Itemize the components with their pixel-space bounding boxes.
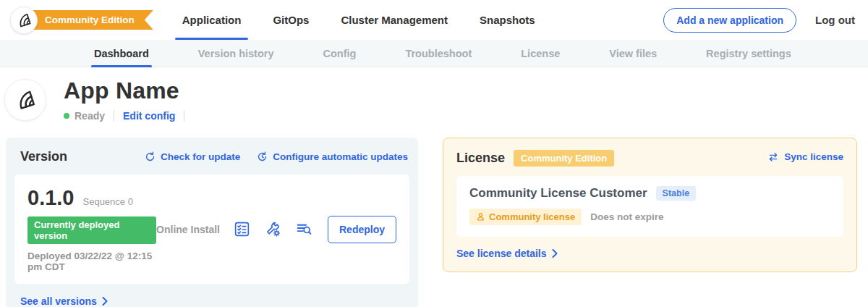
nav-gitops[interactable]: GitOps (271, 0, 310, 40)
tab-view-files[interactable]: View files (609, 40, 657, 67)
tab-troubleshoot[interactable]: Troubleshoot (405, 40, 472, 67)
see-all-versions-label: See all versions (20, 295, 97, 307)
edit-config-link[interactable]: Edit config (123, 110, 175, 122)
lines-magnifier-icon (295, 220, 313, 238)
sequence-label: Sequence 0 (83, 196, 133, 207)
preflight-checks-button[interactable] (231, 219, 252, 240)
divider (184, 110, 184, 122)
chevron-right-icon (551, 249, 558, 258)
replicated-logo-button[interactable] (10, 7, 38, 34)
tab-registry-settings[interactable]: Registry settings (706, 40, 791, 67)
view-logs-button[interactable] (294, 219, 315, 240)
version-header-links: Check for update Configure automatic upd… (144, 151, 408, 163)
see-license-details-link[interactable]: See license details (456, 248, 558, 259)
license-meta-row: Community license Does not expire (469, 209, 830, 225)
configure-automatic-updates-label: Configure automatic updates (273, 151, 408, 162)
license-card-title: License (456, 151, 505, 166)
tab-config[interactable]: Config (323, 40, 357, 67)
app-status-row: Ready Edit config (64, 110, 193, 122)
view-config-button[interactable] (263, 219, 284, 240)
version-card-title: Version (20, 149, 67, 164)
customer-name: Community License Customer (469, 186, 647, 201)
status-text: Ready (75, 110, 105, 122)
version-number: 0.1.0 (27, 186, 75, 210)
tab-license[interactable]: License (521, 40, 560, 67)
clock-refresh-icon (256, 151, 268, 163)
chevron-right-icon (101, 297, 109, 306)
license-type-label: Community license (489, 211, 575, 222)
nav-application[interactable]: Application (181, 0, 243, 40)
redeploy-button[interactable]: Redeploy (328, 216, 396, 243)
see-all-versions-link[interactable]: See all versions (20, 295, 109, 307)
refresh-icon (144, 151, 156, 163)
currently-deployed-badge: Currently deployed version (27, 216, 156, 244)
version-actions: Online Install (156, 216, 396, 243)
license-card: License Community Edition Sync license C… (443, 138, 857, 272)
checklist-icon (233, 220, 251, 238)
customer-row: Community License Customer Stable (469, 186, 830, 201)
divider (114, 110, 114, 122)
version-card: Version Check for update (6, 138, 418, 307)
app-name: App Name (64, 77, 193, 104)
version-card-header: Version Check for update (14, 149, 409, 164)
brand: Community Edition (10, 7, 153, 34)
app-header-text: App Name Ready Edit config (64, 77, 193, 122)
see-license-details-label: See license details (456, 248, 547, 259)
status-dot (64, 113, 69, 119)
license-card-header: License Community Edition Sync license (456, 150, 843, 167)
install-type-label: Online Install (156, 224, 220, 235)
replicated-logo-icon (16, 12, 32, 28)
tab-version-history[interactable]: Version history (198, 40, 274, 67)
license-details-panel: Community License Customer Stable Commun… (456, 176, 843, 237)
person-icon (476, 212, 485, 222)
dashboard-cards: Version Check for update (0, 129, 868, 307)
app-icon (4, 79, 46, 121)
community-edition-ribbon: Community Edition (26, 10, 153, 30)
sync-license-link[interactable]: Sync license (767, 151, 843, 164)
current-version-panel: 0.1.0 Sequence 0 Currently deployed vers… (14, 174, 409, 284)
sync-license-label: Sync license (784, 151, 843, 162)
check-for-update-label: Check for update (161, 151, 240, 162)
version-info: 0.1.0 Sequence 0 Currently deployed vers… (27, 186, 156, 272)
version-number-row: 0.1.0 Sequence 0 (27, 186, 156, 210)
logout-link[interactable]: Log out (815, 14, 855, 26)
channel-badge: Stable (656, 186, 697, 201)
nav-cluster-management[interactable]: Cluster Management (339, 0, 449, 40)
sync-license-wrap: Sync license (767, 151, 843, 167)
app-subnav: Dashboard Version history Config Trouble… (0, 40, 868, 67)
community-edition-badge: Community Edition (514, 150, 614, 167)
primary-nav: Application GitOps Cluster Management Sn… (181, 0, 537, 40)
license-type-badge: Community license (469, 209, 582, 225)
top-navbar: Community Edition Application GitOps Clu… (0, 0, 868, 40)
configure-automatic-updates-link[interactable]: Configure automatic updates (256, 151, 408, 163)
nav-snapshots[interactable]: Snapshots (478, 0, 537, 40)
tab-dashboard[interactable]: Dashboard (94, 40, 149, 67)
wrench-gear-icon (264, 220, 282, 238)
expiry-text: Does not expire (590, 211, 663, 222)
swap-arrows-icon (767, 151, 780, 164)
app-header: App Name Ready Edit config (0, 67, 868, 129)
app-logo-icon (14, 89, 36, 111)
add-application-button[interactable]: Add a new application (663, 8, 796, 33)
check-for-update-link[interactable]: Check for update (144, 151, 240, 163)
deployed-timestamp: Deployed 03/22/22 @ 12:15 pm CDT (27, 251, 156, 272)
